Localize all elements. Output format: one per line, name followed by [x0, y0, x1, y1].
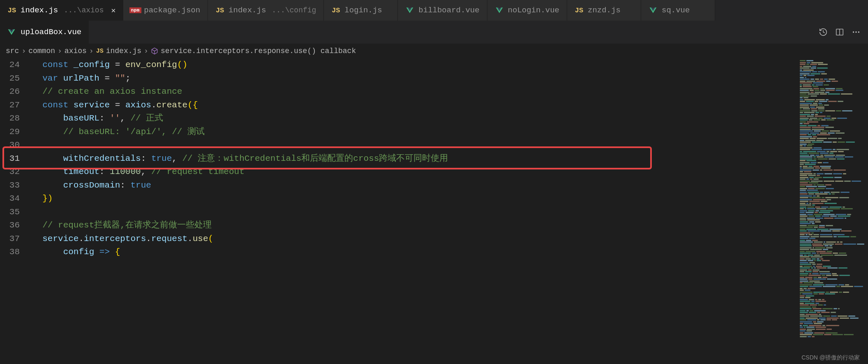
- svg-point-3: [855, 31, 856, 32]
- line-number: 36: [0, 219, 20, 232]
- code-content[interactable]: const _config = env_config() var urlPath…: [32, 58, 794, 364]
- editor-tab[interactable]: uploadBox.vue: [0, 21, 89, 44]
- history-icon[interactable]: [819, 28, 828, 37]
- code-line[interactable]: config => {: [32, 246, 794, 259]
- npm-icon: npm: [131, 7, 140, 13]
- crumb-item[interactable]: axios: [65, 47, 87, 55]
- code-line[interactable]: crossDomain: true: [32, 179, 794, 192]
- editor-tab[interactable]: npmpackage.json: [123, 0, 208, 21]
- tab-label: noLogin.vue: [508, 6, 559, 15]
- tab-label: billboard.vue: [418, 6, 479, 15]
- js-icon: JS: [7, 7, 16, 14]
- chevron-right-icon: ›: [144, 47, 148, 55]
- line-number: 34: [0, 192, 20, 206]
- crumb-item[interactable]: common: [28, 47, 55, 55]
- vue-icon: [7, 28, 16, 36]
- tab-label: login.js: [344, 6, 382, 15]
- line-number: 31: [0, 152, 20, 166]
- code-line[interactable]: }): [32, 192, 794, 206]
- svg-point-2: [853, 31, 854, 32]
- code-line[interactable]: baseURL: '', // 正式: [32, 112, 794, 125]
- editor-tab[interactable]: billboard.vue: [398, 0, 487, 21]
- vue-icon: [649, 7, 658, 14]
- line-number: 32: [0, 165, 20, 179]
- breadcrumb: src›common›axios›JS index.js› service.in…: [0, 44, 868, 58]
- editor-tab[interactable]: JSindex.js...\config: [208, 0, 324, 21]
- split-editor-icon[interactable]: [835, 28, 844, 37]
- editor-area: 242526272829303132333435363738 const _co…: [0, 58, 868, 364]
- tab-label: znzd.js: [588, 6, 621, 15]
- crumb-item[interactable]: src: [6, 47, 19, 55]
- editor-tabs-row2: uploadBox.vue: [0, 21, 868, 44]
- js-icon: JS: [215, 7, 224, 14]
- more-icon[interactable]: [852, 28, 861, 37]
- code-line[interactable]: // baseURL: '/api/', // 测试: [32, 125, 794, 139]
- svg-point-4: [858, 31, 859, 32]
- vue-icon: [405, 7, 414, 14]
- line-number: 38: [0, 246, 20, 259]
- line-number: 37: [0, 232, 20, 246]
- vue-icon: [495, 7, 504, 14]
- watermark: CSDN @骄傲的行动家: [801, 354, 860, 362]
- code-line[interactable]: withCredentials: true, // 注意：withCredent…: [32, 152, 794, 166]
- chevron-right-icon: ›: [58, 47, 62, 55]
- editor-tab[interactable]: sq.vue: [641, 0, 715, 21]
- tab-label: sq.vue: [662, 6, 690, 15]
- line-number: 33: [0, 179, 20, 192]
- chevron-right-icon: ›: [21, 47, 26, 55]
- line-number: 24: [0, 58, 20, 72]
- method-icon: [151, 47, 158, 55]
- code-line[interactable]: var urlPath = "";: [32, 72, 794, 86]
- editor-tab[interactable]: noLogin.vue: [487, 0, 567, 21]
- code-line[interactable]: // create an axios instance: [32, 85, 794, 99]
- editor-tab[interactable]: JSindex.js...\axios✕: [0, 0, 123, 21]
- line-number: 26: [0, 85, 20, 99]
- tab-label: index.js: [229, 6, 266, 15]
- code-line[interactable]: service.interceptors.request.use(: [32, 232, 794, 246]
- tab-label: index.js: [21, 6, 58, 15]
- editor-actions: [819, 28, 868, 37]
- line-number: 29: [0, 125, 20, 139]
- close-icon[interactable]: ✕: [111, 6, 115, 15]
- code-line[interactable]: const _config = env_config(): [32, 58, 794, 72]
- tab-label: uploadBox.vue: [21, 28, 81, 37]
- code-line[interactable]: const service = axios.create({: [32, 99, 794, 112]
- tab-label: package.json: [144, 6, 200, 15]
- js-icon: JS: [575, 7, 584, 14]
- crumb-symbol[interactable]: service.interceptors.response.use() call…: [161, 47, 356, 55]
- line-number: 27: [0, 99, 20, 112]
- line-gutter: 242526272829303132333435363738: [0, 58, 32, 364]
- line-number: 25: [0, 72, 20, 86]
- tab-suffix: ...\axios: [64, 6, 104, 14]
- editor-tab[interactable]: JSlogin.js: [324, 0, 398, 21]
- js-icon: JS: [331, 7, 340, 14]
- line-number: 30: [0, 139, 20, 152]
- code-line[interactable]: // request拦截器,在请求之前做一些处理: [32, 219, 794, 232]
- chevron-right-icon: ›: [89, 47, 94, 55]
- editor-tabs-row1: JSindex.js...\axios✕npmpackage.jsonJSind…: [0, 0, 868, 21]
- crumb-file[interactable]: index.js: [106, 47, 141, 55]
- editor-tab[interactable]: JSznzd.js: [567, 0, 641, 21]
- js-icon: JS: [96, 48, 104, 55]
- tab-suffix: ...\config: [272, 6, 316, 14]
- minimap[interactable]: [794, 58, 868, 364]
- code-line[interactable]: timeout: 110000, // request timeout: [32, 165, 794, 179]
- line-number: 35: [0, 206, 20, 219]
- code-line[interactable]: [32, 206, 794, 219]
- line-number: 28: [0, 112, 20, 125]
- code-line[interactable]: [32, 139, 794, 152]
